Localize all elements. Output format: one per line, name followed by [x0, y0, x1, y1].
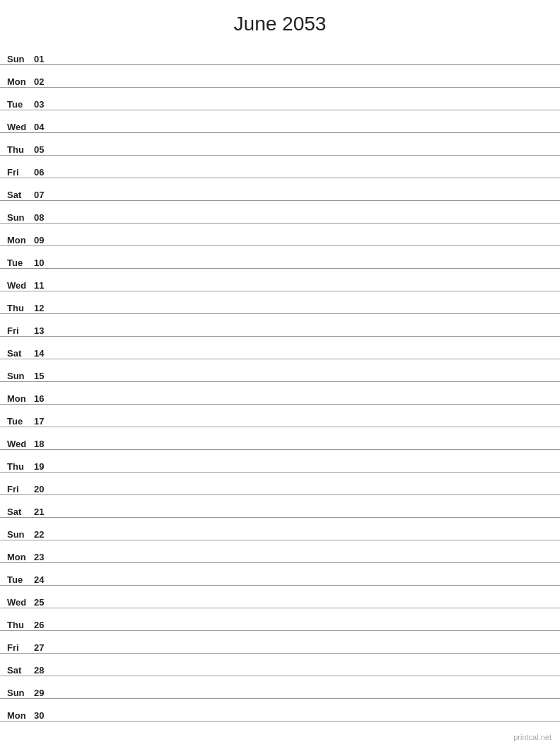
- line-area: [57, 675, 553, 676]
- line-area: [57, 222, 553, 223]
- day-label: Wed: [7, 122, 34, 132]
- day-label: Mon: [7, 235, 34, 245]
- day-label: Sun: [7, 529, 34, 540]
- line-area: [57, 290, 553, 291]
- day-label: Sat: [7, 348, 34, 359]
- line-area: [57, 494, 553, 494]
- date-label: 16: [34, 393, 54, 404]
- day-label: Sat: [7, 506, 34, 517]
- day-label: Mon: [7, 552, 34, 562]
- calendar-row: Sat28: [0, 654, 560, 676]
- day-label: Sun: [7, 688, 34, 698]
- line-area: [57, 177, 553, 178]
- day-label: Sun: [7, 212, 34, 223]
- line-area: [57, 607, 553, 608]
- date-label: 01: [34, 54, 54, 64]
- calendar-row: Wed04: [0, 110, 560, 133]
- date-label: 25: [34, 597, 54, 608]
- day-label: Tue: [7, 257, 34, 268]
- day-label: Mon: [7, 76, 34, 87]
- date-label: 07: [34, 190, 54, 200]
- date-label: 14: [34, 348, 54, 359]
- date-label: 03: [34, 99, 54, 110]
- calendar-row: Tue03: [0, 88, 560, 110]
- calendar-row: Sun15: [0, 359, 560, 382]
- day-label: Tue: [7, 416, 34, 427]
- date-label: 15: [34, 371, 54, 381]
- calendar-row: Mon02: [0, 65, 560, 88]
- day-label: Sun: [7, 54, 34, 64]
- day-label: Thu: [7, 303, 34, 313]
- line-area: [57, 199, 553, 200]
- calendar-row: Fri20: [0, 473, 560, 495]
- calendar-row: Sat21: [0, 495, 560, 518]
- day-label: Fri: [7, 167, 34, 178]
- date-label: 09: [34, 235, 54, 245]
- date-label: 04: [34, 122, 54, 132]
- line-area: [57, 403, 553, 404]
- calendar-row: Thu26: [0, 608, 560, 631]
- calendar-row: Fri27: [0, 631, 560, 654]
- line-area: [57, 539, 553, 540]
- line-area: [57, 267, 553, 268]
- line-area: [57, 584, 553, 585]
- date-label: 12: [34, 303, 54, 313]
- calendar-row: Mon30: [0, 699, 560, 722]
- calendar-row: Tue17: [0, 405, 560, 427]
- date-label: 10: [34, 257, 54, 268]
- day-label: Sat: [7, 665, 34, 676]
- calendar-row: Mon09: [0, 224, 560, 246]
- date-label: 18: [34, 439, 54, 449]
- line-area: [57, 630, 553, 630]
- calendar-row: Thu19: [0, 450, 560, 473]
- date-label: 27: [34, 642, 54, 653]
- calendar-row: Fri13: [0, 314, 560, 337]
- date-label: 21: [34, 506, 54, 517]
- date-label: 06: [34, 167, 54, 178]
- date-label: 17: [34, 416, 54, 427]
- calendar-row: Sun22: [0, 518, 560, 540]
- day-label: Wed: [7, 280, 34, 291]
- line-area: [57, 109, 553, 110]
- day-label: Mon: [7, 710, 34, 721]
- calendar-row: Sat14: [0, 337, 560, 359]
- line-area: [57, 471, 553, 472]
- day-label: Sun: [7, 371, 34, 381]
- date-label: 26: [34, 620, 54, 630]
- calendar-list: Sun01Mon02Tue03Wed04Thu05Fri06Sat07Sun08…: [0, 42, 560, 722]
- calendar-row: Tue10: [0, 246, 560, 269]
- line-area: [57, 562, 553, 562]
- date-label: 29: [34, 688, 54, 698]
- line-area: [57, 358, 553, 359]
- calendar-row: Sun08: [0, 201, 560, 224]
- line-area: [57, 426, 553, 427]
- date-label: 19: [34, 461, 54, 472]
- day-label: Thu: [7, 461, 34, 472]
- date-label: 22: [34, 529, 54, 540]
- calendar-row: Sat07: [0, 178, 560, 201]
- date-label: 20: [34, 484, 54, 494]
- calendar-row: Wed18: [0, 427, 560, 450]
- line-area: [57, 697, 553, 698]
- date-label: 02: [34, 76, 54, 87]
- date-label: 13: [34, 325, 54, 336]
- line-area: [57, 64, 553, 64]
- calendar-row: Mon23: [0, 540, 560, 563]
- line-area: [57, 720, 553, 721]
- calendar-row: Fri06: [0, 156, 560, 178]
- calendar-row: Sun29: [0, 676, 560, 699]
- day-label: Wed: [7, 439, 34, 449]
- line-area: [57, 86, 553, 87]
- day-label: Sat: [7, 190, 34, 200]
- watermark: printcal.net: [513, 733, 552, 741]
- line-area: [57, 652, 553, 653]
- date-label: 23: [34, 552, 54, 562]
- date-label: 28: [34, 665, 54, 676]
- line-area: [57, 448, 553, 449]
- day-label: Fri: [7, 484, 34, 494]
- date-label: 11: [34, 280, 54, 291]
- line-area: [57, 132, 553, 132]
- date-label: 05: [34, 144, 54, 155]
- day-label: Mon: [7, 393, 34, 404]
- calendar-row: Wed11: [0, 269, 560, 291]
